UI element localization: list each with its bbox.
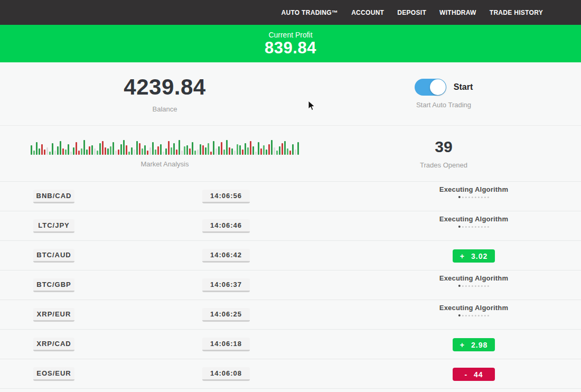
toggle-label: Start [454,82,473,92]
chart-bar [223,150,225,155]
trade-status-executing: Executing Algorithm [439,274,508,287]
chart-bar [54,151,56,155]
trade-time-badge: 14:06:42 [202,249,250,263]
chart-bar [102,141,104,155]
chart-bar [81,148,82,155]
chart-bar [276,151,278,155]
market-analysis-chart [31,139,299,155]
trade-row: XRP/EUR14:06:25Executing Algorithm [0,300,581,330]
chart-bar [155,150,156,155]
chart-bar [208,143,209,155]
chart-bar [107,148,109,155]
trade-time-badge: 14:06:56 [202,190,250,203]
chart-bar [33,151,35,155]
trade-status-executing: Executing Algorithm [439,185,508,198]
chart-bar [86,150,88,155]
chart-bar [181,151,183,155]
trade-time-badge: 14:06:46 [202,219,250,233]
trade-pair-badge: BTC/AUD [33,249,74,263]
chart-bar [149,147,151,155]
market-analysis-block: Market Analysis [0,126,330,181]
chart-bar [91,145,93,155]
trades-opened-label: Trades Opened [420,161,467,169]
chart-bar [163,152,164,155]
chart-bar [136,141,138,155]
chart-bar [39,148,40,155]
market-analysis-label: Market Analysis [140,160,189,168]
chart-bar [134,150,135,155]
chart-bar [229,147,230,155]
chart-bar [210,152,212,155]
chart-bar [68,144,69,155]
chart-bar [142,148,143,155]
trade-row: LTC/JPY14:06:46Executing Algorithm [0,211,581,241]
toggle-knob-icon [430,79,446,95]
trades-list: BNB/CAD14:06:56Executing AlgorithmLTC/JP… [0,181,581,389]
auto-trading-block: Start Start Auto Trading [330,62,581,125]
executing-algorithm-label: Executing Algorithm [439,215,508,223]
chart-bar [110,146,111,155]
chart-bar [284,141,286,155]
chart-bar [295,150,296,155]
trade-row: EOS/EUR14:06:08-44 [0,359,581,389]
chart-bar [57,146,59,155]
chart-bar [176,150,177,155]
chart-bar [31,145,32,155]
chart-bar [152,142,154,155]
chart-bar [65,150,67,155]
nav-item-account[interactable]: ACCOUNT [351,9,384,16]
trade-time-badge: 14:06:37 [202,278,250,292]
result-value: 2.98 [471,341,488,349]
balance-label: Balance [153,105,177,113]
executing-algorithm-label: Executing Algorithm [439,274,508,282]
trade-row: BNB/CAD14:06:56Executing Algorithm [0,182,581,211]
chart-bar [274,147,275,155]
current-profit-label: Current Profit [268,31,312,39]
chart-bar [263,145,265,155]
nav-item-trade-history[interactable]: TRADE HISTORY [490,9,543,16]
trade-pair-badge: LTC/JPY [33,219,74,233]
chart-bar [78,151,80,155]
chart-bar [247,147,249,155]
chart-bar [139,143,140,155]
chart-bar [168,141,170,155]
nav-item-withdraw[interactable]: WITHDRAW [439,9,476,16]
trade-result-badge: +3.02 [453,249,495,263]
chart-bar [144,145,146,155]
chart-bar [83,140,85,155]
trade-pair-badge: BTC/GBP [33,278,74,292]
trade-time-badge: 14:06:08 [202,367,250,381]
chart-bar [49,152,51,155]
nav-item-deposit[interactable]: DEPOSIT [397,9,426,16]
trades-opened-value: 39 [435,138,452,156]
start-auto-trading-toggle[interactable] [415,79,446,96]
chart-bar [118,150,119,155]
trade-row: BTC/GBP14:06:37Executing Algorithm [0,270,581,300]
chart-bar [271,140,273,155]
chart-bar [52,143,53,155]
chart-bar [160,144,162,155]
chart-bar [186,145,188,155]
progress-dots [439,285,508,287]
current-profit-banner: Current Profit 839.84 [0,25,581,62]
trade-time-badge: 14:06:25 [202,308,250,322]
chart-bar [41,144,43,155]
chart-bar [73,147,74,155]
chart-bar [76,142,77,155]
chart-bar [250,141,251,155]
trade-status-executing: Executing Algorithm [439,215,508,228]
trade-pair-badge: XRP/EUR [33,308,74,322]
chart-bar [123,140,125,155]
chart-bar [279,146,280,155]
chart-bar [62,148,64,155]
trade-pair-badge: BNB/CAD [33,190,74,203]
trades-opened-block: 39 Trades Opened [330,126,581,181]
chart-bar [36,142,38,155]
chart-bar [200,144,201,155]
nav-item-auto-trading[interactable]: AUTO TRADING™ [281,9,338,16]
chart-bar [282,143,283,155]
chart-bar [266,150,267,155]
progress-dots [439,226,508,228]
balance-block: 4239.84 Balance [0,62,330,125]
chart-bar [99,143,101,155]
